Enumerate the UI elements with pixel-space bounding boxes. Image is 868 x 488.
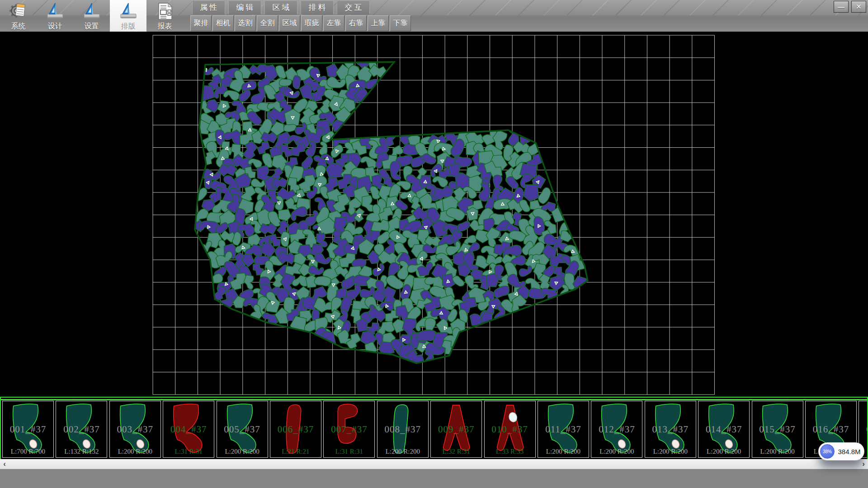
- thumbnail-label: 012_#37: [591, 424, 642, 435]
- tool-button-右靠[interactable]: 右靠: [345, 15, 367, 31]
- thumbnail-label: 006_#37: [270, 424, 321, 435]
- thumbnail-cell-006_#37[interactable]: 006_#37L:21 R:21: [270, 401, 321, 458]
- nav-button-设计[interactable]: 设计: [37, 0, 73, 32]
- thumbnail-cell-014_#37[interactable]: 014_#37L:200 R:200: [698, 401, 750, 458]
- close-button[interactable]: ✕: [851, 1, 866, 13]
- thumbnail-label: 017_#37: [859, 424, 868, 435]
- memory-usage-badge: 38% 384.8M: [819, 443, 864, 460]
- nav-button-label: 报表: [158, 22, 172, 31]
- memory-amount-label: 384.8M: [835, 448, 864, 455]
- part-thumbnail-strip: 001_#37L:700 R:700002_#37L:132 R:132003_…: [0, 397, 868, 459]
- thumbnail-cell-004_#37[interactable]: 004_#37L:31 R:31: [163, 401, 214, 458]
- application-window: 系统设计设置排版报表 属性编辑区域排料交互 聚排相机选割全割区域瑕疵左靠右靠上靠…: [0, 0, 868, 488]
- tool-row: 聚排相机选割全割区域瑕疵左靠右靠上靠下靠: [190, 15, 412, 32]
- report-icon: [155, 1, 175, 21]
- thumbnail-lr-count: L:32 R:31: [431, 448, 481, 455]
- thumbnail-label: 008_#37: [377, 424, 428, 435]
- thumbnail-label: 014_#37: [698, 424, 749, 435]
- nav-button-报表[interactable]: 报表: [146, 0, 183, 32]
- thumbnail-cell-001_#37[interactable]: 001_#37L:700 R:700: [2, 401, 54, 458]
- thumbnail-lr-count: L:200 R:200: [752, 448, 803, 455]
- thumbnail-cell-011_#37[interactable]: 011_#37L:200 R:200: [538, 401, 589, 458]
- thumbnail-cell-005_#37[interactable]: 005_#37L:200 R:200: [217, 401, 268, 458]
- scroll-right-arrow[interactable]: ›: [859, 459, 868, 469]
- nesting-canvas[interactable]: [0, 32, 868, 397]
- thumbnail-label: 007_#37: [324, 424, 374, 435]
- thumbnail-label: 013_#37: [645, 424, 696, 435]
- thumbnail-lr-count: L:31 R:31: [324, 448, 374, 455]
- menu-item-区域[interactable]: 区域: [264, 0, 297, 14]
- menu-item-编辑[interactable]: 编辑: [228, 0, 261, 14]
- thumbnail-cell-009_#37[interactable]: 009_#37L:32 R:31: [430, 401, 482, 458]
- thumbnail-label: 002_#37: [56, 424, 107, 435]
- nesting-drawing: [0, 32, 868, 397]
- tool-button-上靠[interactable]: 上靠: [368, 15, 389, 31]
- thumbnail-lr-count: L:200 R:200: [591, 448, 642, 455]
- tool-button-左靠[interactable]: 左靠: [323, 15, 344, 31]
- thumbnail-label: 004_#37: [163, 424, 214, 435]
- menu-item-排料[interactable]: 排料: [301, 0, 334, 14]
- thumbnail-cell-010_#37[interactable]: 010_#37L:33 R:33: [484, 401, 536, 458]
- tool-button-全割[interactable]: 全割: [257, 15, 278, 31]
- nav-button-row: 系统设计设置排版报表: [0, 0, 183, 32]
- horizontal-scrollbar[interactable]: ‹ ›: [0, 459, 868, 469]
- thumbnail-lr-count: L:132 R:132: [56, 448, 107, 455]
- thumbnail-lr-count: L:31 R:31: [163, 448, 214, 455]
- thumbnail-cell-008_#37[interactable]: 008_#37L:200 R:200: [377, 401, 429, 458]
- tool-button-区域[interactable]: 区域: [279, 15, 300, 31]
- thumbnail-cell-007_#37[interactable]: 007_#37L:31 R:31: [323, 401, 375, 458]
- strip-top-border: [0, 397, 868, 400]
- tool-button-瑕疵[interactable]: 瑕疵: [301, 15, 322, 31]
- thumbnail-lr-count: L:200 R:200: [377, 448, 428, 455]
- thumbnail-lr-count: L:33 R:33: [485, 448, 535, 455]
- thumbnail-lr-count: L:200 R:200: [645, 448, 696, 455]
- nested-parts: [185, 53, 589, 369]
- nav-button-系统[interactable]: 系统: [0, 0, 37, 32]
- set-square-icon: [45, 1, 65, 21]
- tool-button-聚排[interactable]: 聚排: [190, 15, 212, 31]
- set-square-icon: [82, 1, 102, 21]
- thumbnail-lr-count: L:21 R:21: [270, 448, 321, 455]
- toolbar: 系统设计设置排版报表 属性编辑区域排料交互 聚排相机选割全割区域瑕疵左靠右靠上靠…: [0, 0, 868, 32]
- thumbnail-cell-002_#37[interactable]: 002_#37L:132 R:132: [56, 401, 107, 458]
- menu-item-属性[interactable]: 属性: [192, 0, 225, 14]
- thumbnail-label: 009_#37: [431, 424, 481, 435]
- nav-button-label: 排版: [121, 22, 136, 31]
- thumbnail-cell-015_#37[interactable]: 015_#37L:200 R:200: [752, 401, 803, 458]
- minimize-button[interactable]: —: [834, 1, 849, 13]
- menu-row: 属性编辑区域排料交互: [192, 0, 373, 15]
- tool-button-相机[interactable]: 相机: [212, 15, 234, 31]
- thumbnail-lr-count: L:700 R:700: [3, 448, 53, 455]
- tool-button-下靠[interactable]: 下靠: [390, 15, 411, 31]
- thumbnail-cell-003_#37[interactable]: 003_#37L:200 R:200: [109, 401, 161, 458]
- thumbnail-lr-count: L:200 R:200: [698, 448, 749, 455]
- thumbnail-lr-count: L:200 R:200: [538, 448, 589, 455]
- minimize-icon: —: [838, 3, 844, 11]
- nav-button-设置[interactable]: 设置: [73, 0, 110, 32]
- menu-item-交互[interactable]: 交互: [337, 0, 370, 14]
- system-gear-icon: [9, 1, 28, 21]
- window-controls: —✕: [834, 1, 866, 13]
- nav-button-排版[interactable]: 排版: [110, 0, 146, 32]
- thumbnail-lr-count: L:200 R:200: [110, 448, 160, 455]
- thumbnail-label: 015_#37: [752, 424, 803, 435]
- thumbnail-label: 010_#37: [485, 424, 535, 435]
- status-bar: [0, 469, 868, 488]
- memory-percent-indicator: 38%: [820, 444, 835, 459]
- thumbnail-label: 005_#37: [217, 424, 268, 435]
- thumbnail-lr-count: L:200 R:200: [217, 448, 268, 455]
- thumbnail-label: 016_#37: [806, 424, 856, 435]
- set-square-icon: [118, 1, 138, 21]
- thumbnail-label: 011_#37: [538, 424, 589, 435]
- thumbnail-label: 003_#37: [110, 424, 160, 435]
- tool-button-选割[interactable]: 选割: [235, 15, 256, 31]
- thumbnail-cell-012_#37[interactable]: 012_#37L:200 R:200: [591, 401, 642, 458]
- thumbnail-cell-013_#37[interactable]: 013_#37L:200 R:200: [645, 401, 696, 458]
- nav-button-label: 设计: [48, 22, 62, 31]
- close-icon: ✕: [856, 3, 862, 11]
- scroll-left-arrow[interactable]: ‹: [0, 459, 9, 469]
- thumbnail-label: 001_#37: [3, 424, 53, 435]
- nav-button-label: 设置: [85, 22, 99, 31]
- nav-button-label: 系统: [11, 22, 26, 31]
